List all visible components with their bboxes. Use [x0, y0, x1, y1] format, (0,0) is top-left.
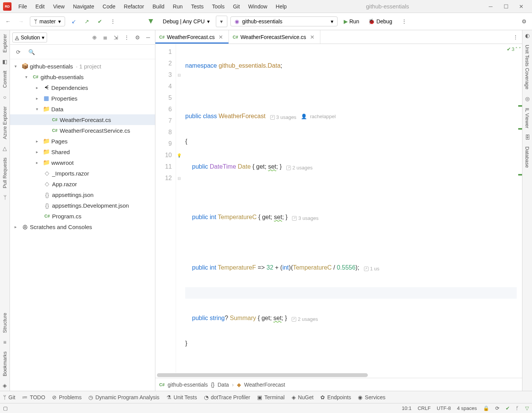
warning-marker[interactable]: [518, 128, 522, 130]
bt-git[interactable]: ᛘGit: [3, 394, 15, 400]
menu-tools[interactable]: Tools: [208, 2, 228, 11]
config-history-button[interactable]: ▾: [216, 16, 227, 27]
tabs-more-button[interactable]: ⋮: [509, 30, 522, 44]
inspections-widget[interactable]: ✔ 3 ˄ ˅: [507, 46, 521, 52]
line-ending[interactable]: CRLF: [418, 405, 431, 411]
solution-tree[interactable]: ▾ 📦 github-essentials · 1 project ▾ C# g…: [10, 59, 155, 391]
gutter-commit[interactable]: Commit: [0, 67, 9, 92]
gutter-azure-icon[interactable]: △: [1, 145, 9, 152]
menu-git[interactable]: Git: [229, 2, 244, 11]
explorer-settings-button[interactable]: ⚙: [133, 33, 142, 42]
run-config-selector[interactable]: Debug | Any CPU ▾: [160, 17, 212, 26]
scratches-node[interactable]: Scratches and Consoles: [30, 224, 92, 230]
person-icon[interactable]: ᚶ: [516, 405, 519, 411]
gutter-commit-icon[interactable]: ○: [1, 93, 9, 101]
gutter-bookmarks[interactable]: Bookmarks: [0, 348, 9, 380]
sync-icon[interactable]: ⟳: [495, 405, 499, 411]
program-node[interactable]: Program.cs: [52, 213, 82, 220]
code-editor[interactable]: 123456789101112 ⊟💡⊟ namespace github_ess…: [155, 44, 522, 372]
sync-button[interactable]: ⟳: [14, 47, 23, 57]
caret-position[interactable]: 10:1: [402, 405, 411, 411]
bt-profiler[interactable]: ◔dotTrace Profiler: [204, 394, 250, 400]
run-more-button[interactable]: ⋮: [398, 16, 410, 27]
explorer-hide-button[interactable]: ─: [144, 33, 153, 42]
maximize-button[interactable]: ☐: [500, 2, 512, 11]
collapse-all-button[interactable]: ⇲: [111, 33, 121, 42]
gutter-db-icon[interactable]: 🗄: [524, 133, 531, 141]
expand-icon[interactable]: ▸: [36, 139, 41, 144]
bt-endpoints[interactable]: ✿Endpoints: [320, 394, 351, 400]
encoding[interactable]: UTF-8: [437, 405, 451, 411]
bc-class[interactable]: WeatherForecast: [244, 382, 285, 388]
warning-marker[interactable]: [518, 105, 522, 107]
bc-project[interactable]: github-essentials: [168, 382, 208, 388]
gutter-azure[interactable]: Azure Explorer: [0, 102, 9, 143]
appsettings-dev-node[interactable]: appsettings.Development.json: [52, 202, 129, 209]
menu-navigate[interactable]: Navigate: [69, 2, 98, 11]
expand-icon[interactable]: ▸: [36, 96, 41, 101]
gutter-structure-icon[interactable]: ≡: [1, 338, 9, 346]
lock-icon[interactable]: 🔒: [483, 405, 489, 411]
vcs-check-button[interactable]: ✔: [94, 16, 106, 27]
close-icon[interactable]: ✕: [217, 34, 225, 40]
nav-forward-button[interactable]: →: [15, 16, 27, 27]
expand-icon[interactable]: ▸: [36, 85, 41, 90]
imports-node[interactable]: _Imports.razor: [52, 170, 89, 177]
menu-refactor[interactable]: Refactor: [120, 2, 148, 11]
data-folder-node[interactable]: Data: [51, 106, 64, 112]
gutter-explorer-icon[interactable]: ◧: [1, 58, 9, 65]
gutter-pull-requests[interactable]: Pull Requests: [0, 154, 9, 192]
vcs-more-button[interactable]: ⋮: [107, 16, 119, 27]
bt-services[interactable]: ◉Services: [358, 394, 385, 400]
expand-icon[interactable]: ▾: [36, 107, 41, 112]
shared-node[interactable]: Shared: [51, 149, 70, 155]
tab-weatherforecast[interactable]: C# WeatherForecast.cs ✕: [155, 30, 229, 44]
locate-button[interactable]: ⊕: [90, 33, 99, 42]
gutter-il-icon[interactable]: ◎: [524, 95, 531, 102]
explorer-more-button[interactable]: ⋮: [122, 33, 131, 42]
bt-problems[interactable]: ⊘Problems: [52, 394, 82, 400]
file-weatherforecast[interactable]: WeatherForecast.cs: [60, 117, 111, 123]
expand-icon[interactable]: ▸: [36, 160, 41, 165]
menu-file[interactable]: File: [15, 2, 31, 11]
gutter-coverage-icon[interactable]: ◐: [524, 32, 531, 39]
menu-run[interactable]: Run: [169, 2, 187, 11]
tab-weatherforecastservice[interactable]: C# WeatherForecastService.cs ✕: [229, 30, 320, 44]
deps-node[interactable]: Dependencies: [51, 85, 88, 91]
app-razor-node[interactable]: App.razor: [52, 181, 77, 187]
gutter-bookmarks-icon[interactable]: ◈: [1, 382, 9, 389]
shield-icon[interactable]: ▽: [525, 405, 529, 411]
close-icon[interactable]: ✕: [308, 34, 316, 40]
vcs-commit-button[interactable]: ↗: [81, 16, 93, 27]
menu-tests[interactable]: Tests: [187, 2, 207, 11]
fold-gutter[interactable]: ⊟💡⊟: [176, 44, 182, 372]
expand-icon[interactable]: ▸: [15, 224, 20, 229]
bc-namespace[interactable]: Data: [217, 382, 229, 388]
gutter-explorer[interactable]: Explorer: [0, 30, 9, 56]
explorer-view-selector[interactable]: ◬ Solution ▾: [12, 33, 47, 42]
bt-unit-tests[interactable]: ⚗Unit Tests: [166, 394, 197, 400]
close-button[interactable]: ✕: [515, 2, 527, 11]
gutter-structure[interactable]: Structure: [0, 309, 9, 337]
debug-button[interactable]: 🐞 Debug: [365, 17, 395, 26]
expand-icon[interactable]: ▾: [25, 75, 31, 80]
minimize-button[interactable]: ─: [485, 2, 497, 11]
build-button[interactable]: [145, 16, 157, 27]
error-stripe[interactable]: ✔ 3 ˄ ˅: [517, 44, 522, 372]
bt-todo[interactable]: ≔TODO: [22, 394, 45, 400]
indent[interactable]: 4 spaces: [457, 405, 477, 411]
menu-help[interactable]: Help: [272, 2, 290, 11]
bt-terminal[interactable]: ▣Terminal: [257, 394, 285, 400]
gutter-pr-icon[interactable]: ᛘ: [1, 193, 9, 201]
gutter-il-viewer[interactable]: IL Viewer: [523, 104, 532, 132]
pages-node[interactable]: Pages: [51, 138, 68, 145]
expand-icon[interactable]: ▾: [15, 64, 20, 69]
solution-node[interactable]: github-essentials: [30, 63, 73, 70]
run-button[interactable]: ▶ Run: [341, 17, 362, 26]
check-icon[interactable]: ✔: [506, 405, 510, 411]
settings-button[interactable]: ⚙: [518, 16, 530, 27]
warning-marker[interactable]: [518, 174, 522, 176]
expand-all-button[interactable]: ≣: [101, 33, 110, 42]
solution-selector[interactable]: ◉ github-essentials ▾: [230, 16, 338, 26]
nav-back-button[interactable]: ←: [2, 16, 14, 27]
